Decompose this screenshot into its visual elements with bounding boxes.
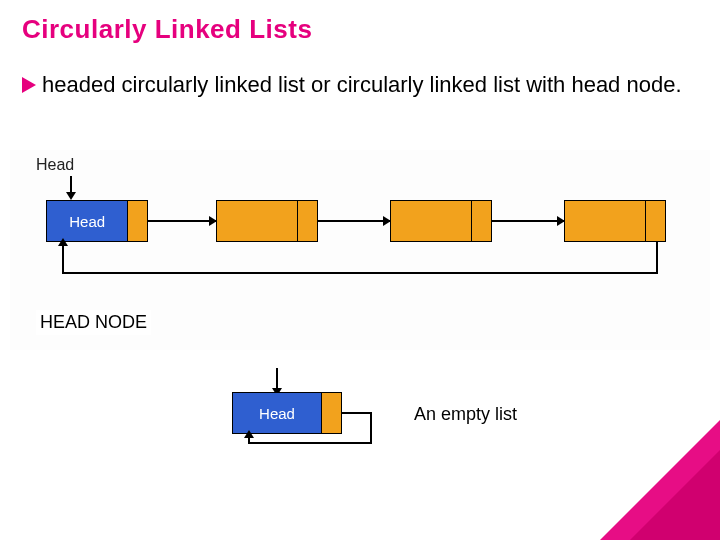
empty-list-caption: An empty list <box>414 404 517 425</box>
headnode-section-label: HEAD NODE <box>36 310 151 335</box>
link-arrow-icon <box>492 220 564 222</box>
slide: Circularly Linked Lists headed circularl… <box>0 0 720 540</box>
return-link-segment <box>656 242 658 274</box>
head-pointer-label: Head <box>36 156 74 174</box>
link-arrow-icon <box>318 220 390 222</box>
self-loop-segment <box>248 442 372 444</box>
list-node <box>564 200 666 242</box>
return-link-segment <box>62 272 658 274</box>
list-node-pointer <box>471 201 491 241</box>
corner-decor-icon <box>630 450 720 540</box>
self-loop-segment <box>342 412 372 414</box>
list-node <box>390 200 492 242</box>
head-node-pointer <box>127 201 147 241</box>
page-title: Circularly Linked Lists <box>22 14 312 45</box>
empty-head-pointer-arrow-icon <box>276 368 278 390</box>
bullet-arrow-icon <box>22 77 36 93</box>
bullet-line: headed circularly linked list or circula… <box>22 70 690 100</box>
head-node-data: Head <box>47 201 127 241</box>
head-node: Head <box>46 200 148 242</box>
empty-head-node-data: Head <box>233 393 321 433</box>
empty-head-node-pointer <box>321 393 341 433</box>
list-node-pointer <box>297 201 317 241</box>
self-loop-arrow-icon <box>248 436 250 444</box>
list-node-pointer <box>645 201 665 241</box>
list-node-data <box>217 201 297 241</box>
list-node-data <box>565 201 645 241</box>
empty-head-node: Head <box>232 392 342 434</box>
list-node <box>216 200 318 242</box>
self-loop-segment <box>370 412 372 444</box>
head-pointer-arrow-icon <box>70 176 72 194</box>
link-arrow-icon <box>148 220 216 222</box>
list-node-data <box>391 201 471 241</box>
return-link-arrow-icon <box>62 244 64 274</box>
bullet-text: headed circularly linked list or circula… <box>42 72 682 97</box>
